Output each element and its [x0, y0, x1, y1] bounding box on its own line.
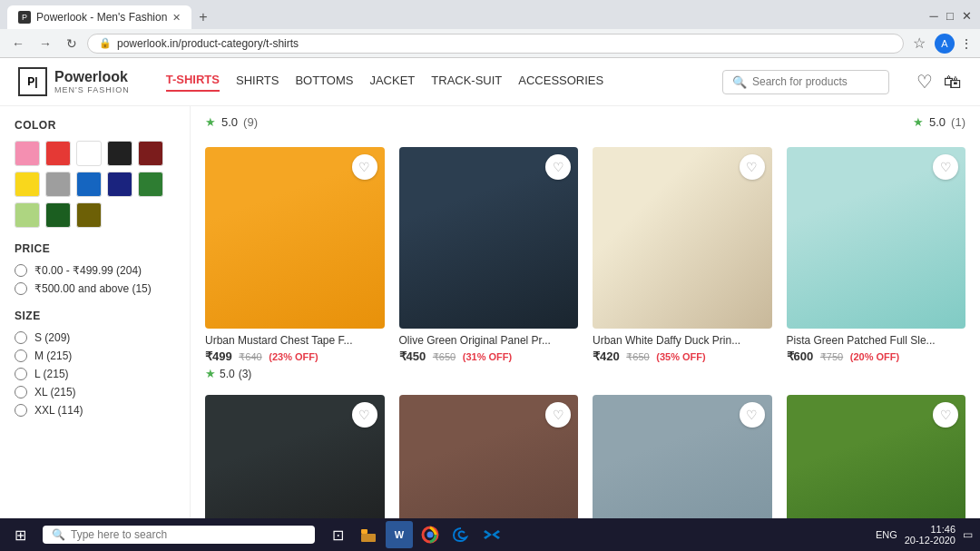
maximize-button[interactable]: □: [944, 9, 956, 22]
size-radio-L[interactable]: [15, 368, 27, 380]
price-option-2[interactable]: ₹500.00 and above (15): [15, 282, 175, 295]
color-gray[interactable]: [45, 172, 71, 197]
products-area: ★ 5.0 (9) ★ 5.0 (1) ♡ Urban Mustard Ches…: [191, 106, 980, 541]
logo[interactable]: P| Powerlook MEN'S FASHION: [18, 67, 130, 96]
price-radio-1[interactable]: [15, 264, 27, 277]
back-button[interactable]: ←: [7, 34, 29, 53]
product-price-3: ₹600 ₹750 (20% OFF): [787, 349, 966, 363]
color-yellow[interactable]: [15, 172, 40, 197]
wishlist-btn-4[interactable]: ♡: [352, 402, 377, 428]
nav-tracksuit[interactable]: TRACK-SUIT: [431, 74, 502, 91]
size-label-L: L (215): [34, 368, 69, 380]
size-radio-XXL[interactable]: [15, 404, 27, 417]
product-card-0[interactable]: ♡ Urban Mustard Chest Tape F... ₹499 ₹64…: [205, 147, 385, 380]
address-bar: ← → ↻ 🔒 powerlook.in/product-category/t-…: [0, 29, 980, 57]
size-radio-S[interactable]: [15, 331, 27, 344]
taskbar-right: ENG 11:46 20-12-2020 ▭: [876, 524, 973, 546]
size-label-S: S (209): [34, 331, 70, 344]
product-name-1: Olive Green Original Panel Pr...: [399, 334, 579, 347]
url-box[interactable]: 🔒 powerlook.in/product-category/t-shirts: [87, 34, 904, 54]
taskbar-search-input[interactable]: [71, 528, 306, 541]
color-dark-green[interactable]: [45, 202, 71, 228]
size-XXL[interactable]: XXL (114): [15, 404, 175, 417]
rating-value: 5.0: [221, 115, 238, 129]
price-original-0: ₹640: [239, 351, 261, 362]
browser-chrome: P Powerlook - Men's Fashion ✕ + ─ □ ✕ ← …: [0, 0, 980, 58]
color-green[interactable]: [138, 172, 163, 197]
color-pink[interactable]: [15, 141, 40, 166]
taskbar-file-explorer[interactable]: [355, 521, 382, 548]
active-tab[interactable]: P Powerlook - Men's Fashion ✕: [7, 5, 191, 29]
product-card-2[interactable]: ♡ Urban White Daffy Duck Prin... ₹420 ₹6…: [593, 147, 772, 380]
product-image-1: ♡: [399, 147, 579, 329]
wishlist-button[interactable]: ♡: [916, 71, 933, 93]
nav-bottoms[interactable]: BOTTOMS: [295, 74, 353, 91]
taskbar-show-desktop[interactable]: ▭: [963, 528, 973, 541]
taskbar-chrome[interactable]: [416, 521, 444, 548]
product-card-3[interactable]: ♡ Pista Green Patched Full Sle... ₹600 ₹…: [787, 147, 966, 380]
star-icon-right: ★: [913, 115, 924, 129]
close-button[interactable]: ✕: [960, 9, 973, 22]
size-XL[interactable]: XL (215): [15, 386, 175, 398]
color-black[interactable]: [107, 141, 132, 166]
wishlist-btn-3[interactable]: ♡: [933, 154, 958, 180]
nav-shirts[interactable]: SHIRTS: [236, 74, 279, 91]
product-card-1[interactable]: ♡ Olive Green Original Panel Pr... ₹450 …: [399, 147, 579, 380]
price-original-2: ₹650: [626, 351, 649, 362]
search-box[interactable]: 🔍: [722, 70, 889, 94]
color-navy[interactable]: [107, 172, 132, 197]
color-maroon[interactable]: [138, 141, 163, 166]
size-L[interactable]: L (215): [15, 368, 175, 380]
new-tab-button[interactable]: +: [191, 5, 214, 29]
nav-jacket[interactable]: JACKET: [369, 74, 415, 91]
wishlist-btn-0[interactable]: ♡: [352, 154, 377, 180]
extensions-button[interactable]: ⋮: [960, 37, 973, 50]
price-option-1[interactable]: ₹0.00 - ₹499.99 (204): [15, 264, 175, 277]
taskbar-edge[interactable]: [447, 521, 475, 548]
size-radio-XL[interactable]: [15, 386, 27, 398]
taskbar: ⊞ 🔍 ⊡ W ENG 11:46 20-12-2020: [0, 518, 980, 551]
wishlist-btn-5[interactable]: ♡: [545, 402, 571, 428]
bookmark-button[interactable]: ☆: [909, 33, 929, 54]
taskbar-search-box[interactable]: 🔍: [43, 526, 315, 544]
start-button[interactable]: ⊞: [7, 523, 34, 547]
cart-button[interactable]: 🛍: [944, 71, 962, 93]
size-S[interactable]: S (209): [15, 331, 175, 344]
color-light-green[interactable]: [15, 202, 40, 228]
product-image-0: ♡: [205, 147, 385, 329]
size-filter: SIZE S (209) M (215) L (215): [15, 310, 175, 417]
wishlist-btn-2[interactable]: ♡: [740, 154, 765, 180]
profile-button[interactable]: A: [935, 34, 955, 54]
close-tab-button[interactable]: ✕: [172, 12, 181, 24]
product-image-3: ♡: [787, 147, 966, 329]
price-discount-3: (20% OFF): [850, 351, 899, 362]
size-radio-M[interactable]: [15, 349, 27, 362]
size-M[interactable]: M (215): [15, 349, 175, 362]
color-olive[interactable]: [76, 202, 102, 228]
header: P| Powerlook MEN'S FASHION T-SHIRTS SHIR…: [0, 58, 980, 106]
reload-button[interactable]: ↻: [62, 34, 82, 53]
taskbar-time: 11:46: [905, 524, 956, 535]
color-red[interactable]: [45, 141, 71, 166]
taskbar-task-view[interactable]: ⊡: [324, 521, 351, 548]
forward-button[interactable]: →: [34, 34, 56, 53]
wishlist-btn-1[interactable]: ♡: [545, 154, 571, 180]
nav-accessories[interactable]: ACCESSORIES: [518, 74, 603, 91]
color-blue[interactable]: [76, 172, 102, 197]
content: COLOR PRI: [0, 106, 980, 541]
price-filter: PRICE ₹0.00 - ₹499.99 (204) ₹500.00 and …: [15, 242, 175, 295]
nav-tshirts[interactable]: T-SHIRTS: [166, 73, 220, 92]
wishlist-btn-6[interactable]: ♡: [740, 402, 765, 428]
search-input[interactable]: [752, 75, 879, 88]
price-radio-2[interactable]: [15, 282, 27, 295]
taskbar-search-icon: 🔍: [52, 528, 65, 541]
minimize-button[interactable]: ─: [927, 9, 940, 22]
product-rating-0: ★ 5.0 (3): [205, 367, 385, 380]
color-white[interactable]: [76, 141, 102, 166]
color-swatches: [15, 141, 175, 228]
time-display: 11:46 20-12-2020: [905, 524, 956, 546]
taskbar-date: 20-12-2020: [905, 535, 956, 546]
taskbar-vscode[interactable]: [478, 521, 505, 548]
taskbar-word[interactable]: W: [386, 521, 413, 548]
wishlist-btn-7[interactable]: ♡: [933, 402, 958, 428]
